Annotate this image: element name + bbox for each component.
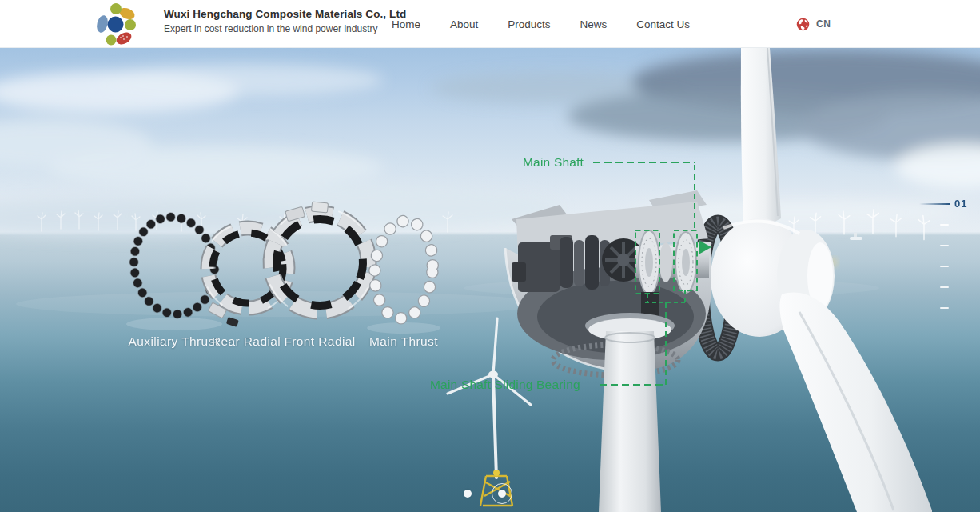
boat xyxy=(850,233,862,240)
logo-center-circle xyxy=(108,17,124,33)
globe-icon xyxy=(796,18,810,31)
logo-green-circle xyxy=(125,19,136,30)
hero-illustration xyxy=(0,48,980,512)
logo-green-circle xyxy=(110,3,122,14)
hero-slide: Main Shaft Main Shaft Sliding Bearing Au… xyxy=(0,48,980,512)
main-nav: Home About Products News Contact Us xyxy=(392,0,690,48)
indicator-tick xyxy=(940,286,949,288)
indicator-tick xyxy=(940,245,949,246)
callout-sliding-bearing: Main Shaft Sliding Bearing xyxy=(430,378,580,392)
logo-green-circle xyxy=(106,35,117,46)
logo-blue-petal xyxy=(95,14,110,34)
company-name: Wuxi Hengchang Composite Materials Co., … xyxy=(164,8,406,20)
pagination-dot-1[interactable] xyxy=(464,490,472,498)
callout-main-shaft: Main Shaft xyxy=(523,155,584,170)
logo-red-petal xyxy=(114,30,133,46)
product-label-front-radial: Front Radial xyxy=(284,334,355,349)
nav-item-news[interactable]: News xyxy=(580,18,608,30)
indicator-tick xyxy=(940,224,949,226)
indicator-tick xyxy=(940,307,949,309)
blade-down xyxy=(779,293,932,512)
company-tagline: Expert in cost reduction in the wind pow… xyxy=(164,23,406,34)
nav-item-contact[interactable]: Contact Us xyxy=(636,18,690,30)
nav-item-products[interactable]: Products xyxy=(508,18,550,30)
language-switcher[interactable]: CN xyxy=(796,0,831,48)
slide-indicator-line xyxy=(919,203,950,205)
language-code: CN xyxy=(816,18,831,30)
nav-item-home[interactable]: Home xyxy=(392,18,420,30)
pagination-dot-2-active[interactable] xyxy=(492,483,512,504)
product-label-rear-radial: Rear Radial xyxy=(212,334,281,349)
slide-indicator: 01 xyxy=(919,198,967,210)
product-label-auxiliary-thrust: Auxiliary Thrust xyxy=(129,334,219,349)
company-logo[interactable] xyxy=(94,2,137,46)
pagination-dot-2-core xyxy=(498,490,506,498)
clouds xyxy=(0,50,980,237)
slide-number: 01 xyxy=(954,198,967,210)
shaft-bearing-2 xyxy=(675,232,696,293)
brand-block: Wuxi Hengchang Composite Materials Co., … xyxy=(164,8,406,34)
product-label-main-thrust: Main Thrust xyxy=(369,334,438,349)
site-header: Wuxi Hengchang Composite Materials Co., … xyxy=(0,0,980,48)
shaft-bearing-1 xyxy=(639,230,659,294)
mid-turbine xyxy=(448,318,531,506)
nav-item-about[interactable]: About xyxy=(450,18,478,30)
indicator-tick xyxy=(940,266,949,267)
